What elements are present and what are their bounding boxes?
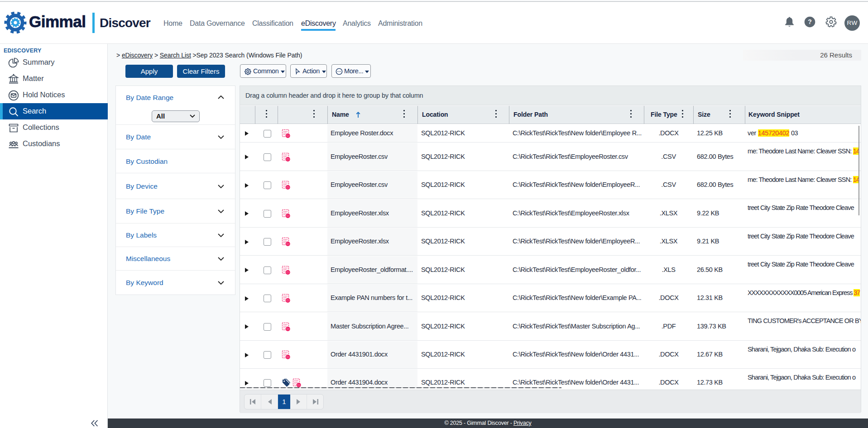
svg-text:?: ?	[808, 18, 812, 25]
